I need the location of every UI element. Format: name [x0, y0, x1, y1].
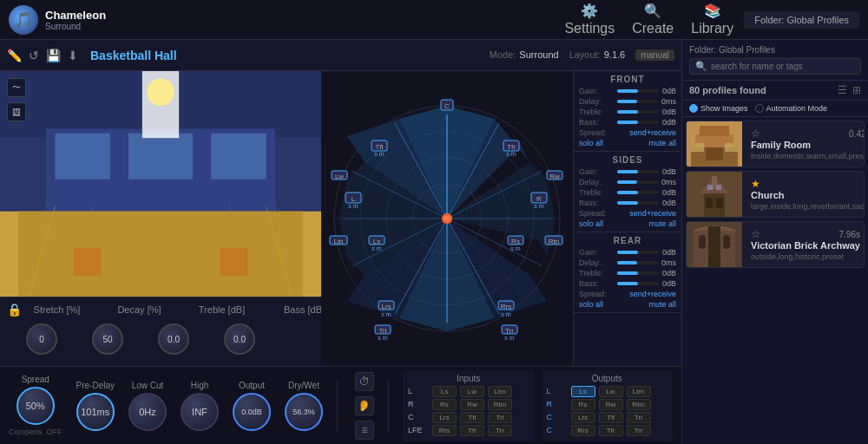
ear-tool[interactable]: 👂 [355, 396, 374, 415]
output-r-rs[interactable]: Rs [571, 399, 595, 410]
input-l-ltm[interactable]: Ltm [488, 386, 512, 397]
svg-text:Ls: Ls [373, 238, 380, 245]
svg-text:Trr: Trr [505, 327, 514, 335]
download-icon[interactable]: ⬇ [68, 49, 78, 62]
search-input[interactable] [711, 62, 855, 71]
front-mute-btn[interactable]: mute all [648, 139, 676, 147]
svg-rect-79 [691, 143, 704, 152]
equalizer-tool[interactable]: ≡ [355, 421, 374, 440]
edit-icon[interactable]: ✏️ [7, 49, 22, 62]
svg-text:s m: s m [348, 203, 358, 209]
input-c-lrs[interactable]: Lrs [432, 412, 457, 423]
save-icon[interactable]: 💾 [46, 49, 61, 62]
list-view-icon[interactable]: ☰ [838, 84, 847, 96]
manual-badge: manual [635, 49, 674, 61]
svg-text:Rtn: Rtn [549, 238, 559, 245]
lowcut-knob[interactable]: 0Hz [128, 393, 167, 431]
profile-tags-family-room: inside,domestic,warm,small,preset [751, 152, 865, 160]
front-solo-btn[interactable]: solo all [579, 139, 603, 147]
treble-knob[interactable]: 0.0 [158, 323, 189, 355]
front-delay-row: Delay: 0ms [579, 97, 676, 106]
output-lfe-rrs[interactable]: Rrs [571, 425, 595, 436]
create-nav[interactable]: 🔍 Create [632, 3, 674, 36]
input-r-rtm[interactable]: Rtm [488, 399, 512, 410]
input-r-rs[interactable]: Rs [432, 399, 457, 410]
show-images-radio[interactable] [689, 104, 698, 113]
svg-rect-88 [716, 185, 721, 190]
view-icons: ☰ ⊞ [838, 84, 861, 96]
highcut-knob[interactable]: INF [181, 393, 219, 431]
drywet-knob[interactable]: 56.3% [285, 393, 323, 431]
decay-knob[interactable]: 50 [92, 323, 123, 355]
input-lfe-trr[interactable]: Trr [488, 425, 512, 436]
input-l-lw[interactable]: Lw [460, 386, 484, 397]
profile-thumb-family-room [687, 121, 742, 166]
sides-treble-row: Treble: 0dB [579, 188, 676, 197]
input-c-trl[interactable]: Trl [488, 412, 512, 423]
rear-mute-btn[interactable]: mute all [648, 300, 676, 309]
predelay-knob[interactable]: 101ms [76, 393, 115, 431]
preset-name: Basketball Hall [90, 49, 177, 62]
output-c-tfl[interactable]: Tfl [599, 412, 623, 423]
star-family-room[interactable]: ☆ [751, 127, 760, 140]
undo-icon[interactable]: ↺ [29, 49, 39, 62]
rear-actions: solo all mute all [579, 300, 676, 309]
library-nav[interactable]: 📚 Library [691, 3, 733, 36]
output-l-label: L [547, 387, 568, 395]
svg-text:Lrs: Lrs [381, 303, 391, 310]
front-treble-bar [617, 110, 659, 114]
input-lfe-label: LFE [408, 426, 429, 434]
sides-solo-btn[interactable]: solo all [579, 219, 603, 228]
star-church[interactable]: ★ [751, 178, 760, 190]
output-lfe-tfr[interactable]: Tfr [599, 425, 623, 436]
profile-card-victorian[interactable]: ☆ 7.96s Victorian Brick Archway outside,… [686, 221, 865, 268]
grid-view-icon[interactable]: ⊞ [852, 84, 861, 96]
params-bar: 🔒 Stretch [%] Decay [%] Treble [dB] Bass… [0, 297, 321, 322]
automation-radio[interactable] [755, 104, 764, 113]
svg-rect-78 [706, 147, 723, 160]
profile-card-family-room[interactable]: ☆ 0.42s Family Room inside,domestic,warm… [686, 121, 865, 167]
svg-rect-93 [723, 235, 730, 249]
output-l-ls[interactable]: Ls [571, 386, 595, 397]
output-c-trl[interactable]: Trl [627, 412, 651, 423]
divider-2 [388, 380, 389, 432]
stretch-knob[interactable]: 0 [26, 323, 57, 355]
rear-delay-row: Delay: 0ms [579, 258, 676, 267]
output-l-lw[interactable]: Lw [599, 386, 623, 397]
output-r-rtm[interactable]: Rtm [627, 399, 651, 410]
spread-label: Spread [22, 375, 49, 384]
input-r-label: R [408, 400, 429, 408]
drywet-label: Dry/Wet [288, 381, 319, 390]
rear-solo-btn[interactable]: solo all [579, 300, 603, 309]
lock-icon[interactable]: 🔒 [7, 303, 22, 317]
svg-text:Lw: Lw [335, 173, 344, 180]
input-l-ls[interactable]: Ls [432, 386, 457, 397]
sides-mute-btn[interactable]: mute all [648, 219, 676, 228]
profile-card-church[interactable]: ★ 5.78s Church large,inside,long,reverbe… [686, 171, 865, 218]
inputs-group: Inputs L Ls Lw Ltm R Rs Rw Rtm C [403, 370, 535, 441]
svg-text:Ltn: Ltn [333, 238, 343, 245]
input-lfe-rrs[interactable]: Rrs [432, 425, 457, 436]
settings-nav[interactable]: ⚙️ Settings [564, 3, 615, 36]
output-c-lrs[interactable]: Lrs [571, 412, 595, 423]
clock-tool[interactable]: ⏱ [355, 372, 374, 391]
output-r-rw[interactable]: Rw [599, 399, 623, 410]
spread-knob[interactable]: 50% [16, 387, 55, 425]
photo-btn[interactable]: 🖼 [7, 102, 26, 121]
input-lfe-tfr[interactable]: Tfr [460, 425, 484, 436]
params-values: 0 50 0.0 0.0 [0, 322, 321, 360]
star-victorian[interactable]: ☆ [751, 228, 760, 240]
bass-knob[interactable]: 0.0 [224, 323, 255, 355]
waveform-btn[interactable]: 〜 [7, 78, 26, 97]
svg-text:Tfl: Tfl [376, 143, 384, 151]
predelay-group: Pre-Delay 101ms [76, 381, 115, 431]
output-r-label: R [547, 400, 568, 408]
input-c-tfl[interactable]: Tfl [460, 412, 484, 423]
svg-text:Rw: Rw [549, 173, 560, 180]
input-r-rw[interactable]: Rw [460, 399, 484, 410]
logo-text: Chameleon Surround [45, 9, 106, 31]
output-knob[interactable]: 0.0dB [233, 393, 271, 431]
output-lfe-trr[interactable]: Trr [627, 425, 651, 436]
output-l-ltm[interactable]: Ltm [627, 386, 651, 397]
logo-icon: 🎵 [9, 5, 38, 35]
